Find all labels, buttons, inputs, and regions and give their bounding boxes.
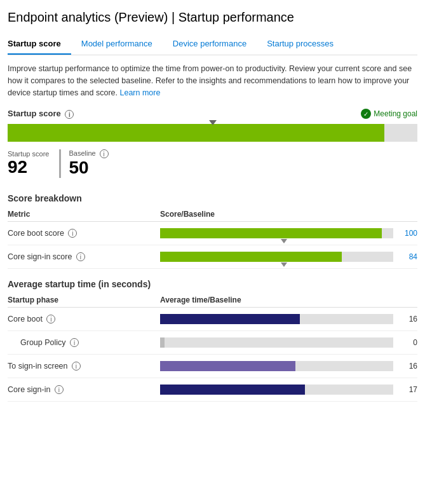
group-policy-info-icon[interactable]: i [70, 338, 79, 347]
core-boot-score-bar-area: 100 [160, 228, 417, 238]
to-signin-screen-bar-row: 16 [160, 361, 417, 371]
startup-phase-col-header: Startup phase [8, 296, 160, 304]
avg-time-col-header: Average time/Baseline [160, 296, 417, 304]
group-policy-value: 0 [398, 338, 417, 347]
table-row: Core sign-in score i 84 [8, 245, 417, 269]
startup-score-number: 92 [8, 158, 49, 177]
table-row: Core boot score i 100 [8, 222, 417, 245]
group-policy-bar-area: 0 [160, 337, 417, 348]
to-signin-screen-value: 16 [398, 362, 417, 371]
tab-model-performance[interactable]: Model performance [81, 34, 163, 55]
core-boot-score-bar-fill [160, 228, 382, 238]
core-boot-score-bar-row: 100 [160, 228, 417, 238]
breakdown-table-header: Metric Score/Baseline [8, 210, 417, 222]
core-signin-score-bar-row: 84 [160, 252, 417, 262]
core-signin-score-bar-fill [160, 252, 342, 262]
startup-score-bar [8, 124, 417, 142]
core-boot-score-value: 100 [398, 229, 417, 238]
tab-device-performance[interactable]: Device performance [173, 34, 257, 55]
to-signin-screen-label: To sign-in screen i [8, 362, 160, 371]
avg-startup-title: Average startup time (in seconds) [8, 279, 417, 289]
startup-score-block: Startup score 92 [8, 150, 59, 177]
avg-table-header: Startup phase Average time/Baseline [8, 296, 417, 308]
core-signin-score-info-icon[interactable]: i [76, 252, 85, 261]
core-signin-info-icon[interactable]: i [55, 385, 64, 394]
baseline-label: Baseline i [69, 149, 108, 158]
core-boot-score-bar-bg [160, 228, 393, 238]
meeting-goal-icon: ✓ [361, 109, 371, 119]
scores-row: Startup score 92 Baseline i 50 [8, 149, 417, 178]
core-boot-bar-bg [160, 314, 393, 324]
startup-score-marker [209, 120, 217, 125]
baseline-info-icon[interactable]: i [100, 149, 109, 158]
group-policy-bar-bg [160, 337, 393, 348]
to-signin-screen-info-icon[interactable]: i [72, 362, 81, 371]
learn-more-link[interactable]: Learn more [119, 88, 160, 97]
page-title: Endpoint analytics (Preview) | Startup p… [8, 10, 417, 25]
group-policy-bar-fill [160, 337, 165, 348]
to-signin-screen-bar-bg [160, 361, 393, 371]
core-signin-score-bar-area: 84 [160, 252, 417, 262]
startup-score-bar-fill [8, 124, 384, 142]
core-boot-score-label: Core boot score i [8, 229, 160, 238]
breakdown-table: Core boot score i 100 Core sign-in score… [8, 222, 417, 269]
core-boot-bar-fill [160, 314, 300, 324]
core-boot-bar-row: 16 [160, 314, 417, 324]
core-signin-label: Core sign-in i [8, 385, 160, 395]
tab-startup-score[interactable]: Startup score [8, 34, 71, 55]
baseline-score-block: Baseline i 50 [59, 149, 118, 178]
metric-col-header: Metric [8, 210, 160, 219]
description-text: Improve startup performance to optimize … [8, 63, 417, 99]
group-policy-bar-row: 0 [160, 337, 417, 348]
core-signin-bar-row: 17 [160, 385, 417, 395]
core-signin-score-label: Core sign-in score i [8, 252, 160, 262]
table-row: Core boot i 16 [8, 308, 417, 331]
core-signin-bar-fill [160, 385, 305, 395]
tab-startup-processes[interactable]: Startup processes [267, 34, 344, 55]
meeting-goal-badge: ✓ Meeting goal [361, 109, 417, 119]
avg-table: Core boot i 16 Group Policy i 0 [8, 308, 417, 402]
core-boot-label: Core boot i [8, 315, 160, 324]
startup-score-header: Startup score i ✓ Meeting goal [8, 109, 417, 119]
core-signin-score-marker [281, 262, 287, 267]
to-signin-screen-bar-area: 16 [160, 361, 417, 371]
table-row: To sign-in screen i 16 [8, 355, 417, 378]
tab-bar: Startup score Model performance Device p… [8, 34, 417, 55]
breakdown-title: Score breakdown [8, 193, 417, 203]
to-signin-screen-bar-fill [160, 361, 295, 371]
baseline-number: 50 [69, 158, 108, 178]
core-boot-info-icon[interactable]: i [46, 315, 55, 324]
core-boot-score-info-icon[interactable]: i [68, 229, 77, 238]
core-signin-bar-area: 17 [160, 385, 417, 395]
core-signin-score-value: 84 [398, 252, 417, 261]
table-row: Group Policy i 0 [8, 331, 417, 355]
startup-score-label: Startup score i [8, 109, 74, 119]
table-row: Core sign-in i 17 [8, 378, 417, 402]
core-boot-bar-area: 16 [160, 314, 417, 324]
score-col-header: Score/Baseline [160, 210, 417, 219]
startup-score-info-icon[interactable]: i [65, 110, 74, 119]
core-signin-bar-bg [160, 385, 393, 395]
core-boot-score-marker [281, 239, 287, 243]
core-boot-value: 16 [398, 315, 417, 324]
core-signin-value: 17 [398, 385, 417, 394]
core-signin-score-bar-bg [160, 252, 393, 262]
meeting-goal-label: Meeting goal [374, 109, 417, 118]
group-policy-label: Group Policy i [8, 338, 160, 348]
